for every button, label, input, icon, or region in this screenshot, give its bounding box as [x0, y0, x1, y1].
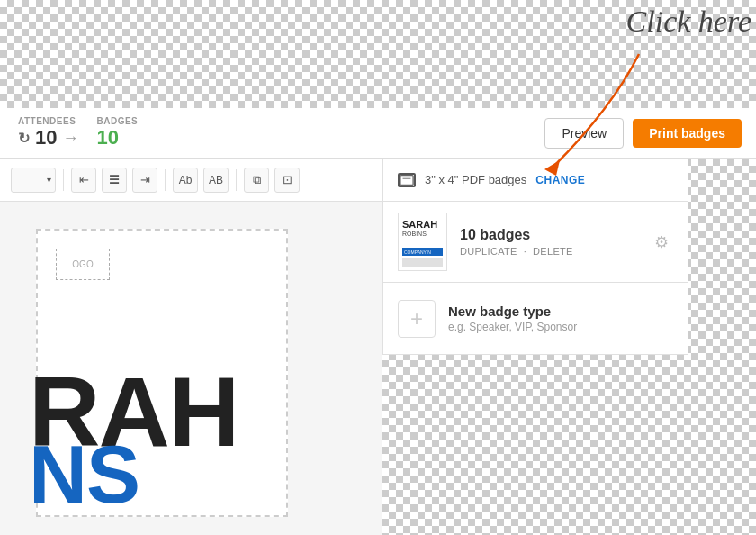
badge-ns: NS [29, 430, 140, 520]
page-icon [400, 174, 414, 186]
badge-thumb-company: COMPANY N [404, 249, 431, 255]
refresh-icon[interactable]: ↻ [18, 130, 30, 147]
plus-icon: + [410, 306, 423, 331]
badge-thumb-sub: ROBINS [399, 231, 446, 237]
arrow-right-icon: → [62, 129, 78, 148]
separator-2 [165, 169, 166, 191]
delete-link[interactable]: DELETE [533, 246, 573, 257]
change-link[interactable]: CHANGE [536, 174, 585, 186]
attendees-label: ATTENDEES [18, 116, 76, 126]
badge-thumbnail[interactable]: SARAH ROBINS COMPANY N [398, 213, 447, 271]
text-ab-caps-icon: AB [209, 174, 223, 186]
align-left-button[interactable]: ⇤ [71, 168, 96, 193]
badge-logo-box: OGO [56, 249, 110, 280]
print-badges-button[interactable]: Print badges [633, 119, 742, 148]
badge-settings-button[interactable]: ⚙ [649, 230, 674, 255]
paste-button[interactable]: ⊡ [274, 168, 300, 193]
new-badge-card[interactable]: + New badge type e.g. Speaker, VIP, Spon… [382, 283, 688, 355]
annotation-container: Click here [626, 5, 752, 39]
badge-type-card: SARAH ROBINS COMPANY N 10 badges DUPLICA… [382, 202, 688, 283]
align-center-button[interactable]: ☰ [102, 168, 127, 193]
align-right-icon: ⇥ [140, 173, 150, 186]
copy-icon: ⧉ [253, 173, 261, 187]
preview-button[interactable]: Preview [544, 118, 624, 149]
badges-value-row: 10 [96, 126, 118, 150]
text-size-small-button[interactable]: Ab [173, 168, 198, 193]
new-badge-info: New badge type e.g. Speaker, VIP, Sponso… [448, 304, 577, 333]
gear-icon: ⚙ [654, 232, 669, 252]
pdf-size-text: 3" x 4" PDF badges [425, 173, 526, 186]
svg-rect-1 [400, 175, 413, 185]
stats-section: ATTENDEES ↻ 10 → BADGES 10 [0, 116, 544, 150]
pdf-icon [398, 173, 416, 187]
badge-info: 10 badges DUPLICATE · DELETE [460, 227, 636, 257]
pdf-bar: 3" x 4" PDF badges CHANGE [382, 159, 688, 202]
badge-canvas: OGO RAH NS [0, 202, 382, 535]
header-row: ATTENDEES ↻ 10 → BADGES 10 Preview Print… [0, 108, 756, 159]
copy-button[interactable]: ⧉ [244, 168, 269, 193]
toolbar-row: ▾ ⇤ ☰ ⇥ Ab AB ⧉ ⊡ [0, 159, 382, 202]
new-badge-title: New badge type [448, 304, 577, 319]
badge-count: 10 badges [460, 227, 636, 243]
font-dropdown[interactable]: ▾ [11, 168, 56, 193]
badges-count: 10 [96, 126, 118, 150]
header-actions: Preview Print badges [544, 118, 756, 149]
actions-separator: · [524, 246, 526, 257]
separator-3 [236, 169, 237, 191]
attendees-stat: ATTENDEES ↻ 10 → [18, 116, 78, 150]
text-size-caps-button[interactable]: AB [203, 168, 229, 193]
badge-actions: DUPLICATE · DELETE [460, 246, 636, 257]
align-right-button[interactable]: ⇥ [132, 168, 158, 193]
align-left-icon: ⇤ [79, 173, 89, 186]
logo-text: OGO [72, 259, 93, 269]
duplicate-link[interactable]: DUPLICATE [460, 246, 518, 257]
text-ab-small-icon: Ab [179, 174, 193, 186]
badges-label: BADGES [96, 116, 138, 126]
attendees-count: 10 [35, 126, 57, 150]
badges-stat: BADGES 10 [96, 116, 138, 150]
badge-sub-text: NS [29, 434, 140, 515]
paste-icon: ⊡ [283, 173, 292, 186]
dropdown-chevron-icon: ▾ [47, 175, 51, 185]
click-here-text: Click here [626, 5, 752, 38]
add-badge-type-button[interactable]: + [398, 300, 436, 338]
separator-1 [63, 169, 64, 191]
align-center-icon: ☰ [109, 173, 120, 186]
badge-thumb-company-bar: COMPANY N [402, 248, 443, 256]
badge-preview-box: OGO RAH NS [36, 229, 288, 517]
attendees-value-row: ↻ 10 → [18, 126, 78, 150]
badge-thumb-extra-bar [402, 258, 443, 267]
new-badge-subtitle: e.g. Speaker, VIP, Sponsor [448, 321, 577, 333]
badge-thumb-name: SARAH [399, 213, 446, 231]
